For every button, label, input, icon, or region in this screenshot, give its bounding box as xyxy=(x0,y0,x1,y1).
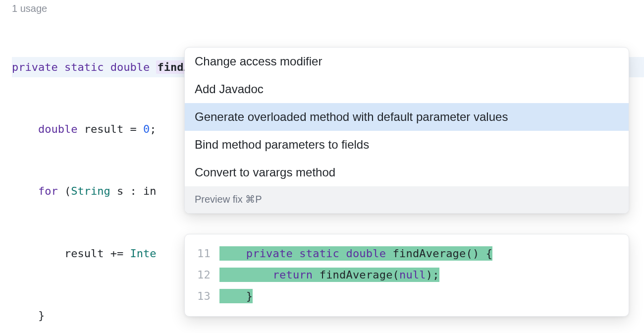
diff-added: } xyxy=(219,289,253,303)
intention-menu-item[interactable]: Convert to varargs method xyxy=(185,159,629,186)
preview-code-line: 11 private static double findAverage() { xyxy=(185,243,629,265)
usage-hint[interactable]: 1 usage xyxy=(0,0,644,15)
line-number: 12 xyxy=(185,265,219,286)
keyword: for xyxy=(38,185,58,197)
keyword: static xyxy=(64,61,104,73)
line-number: 11 xyxy=(185,243,219,265)
code-cell: private static double findAverage() { xyxy=(219,243,629,265)
code-cell: } xyxy=(219,286,629,307)
preview-fix-panel: 11 private static double findAverage() {… xyxy=(184,234,629,317)
keyword: double xyxy=(110,61,150,73)
preview-code-line: 12 return findAverage(null); xyxy=(185,265,629,286)
diff-added: return findAverage(null); xyxy=(219,268,439,282)
intention-menu-item[interactable]: Bind method parameters to fields xyxy=(185,131,629,159)
intention-menu-item[interactable]: Generate overloaded method with default … xyxy=(185,103,629,131)
intention-actions-popup: Change access modifierAdd JavadocGenerat… xyxy=(184,47,629,214)
number-literal: 0 xyxy=(143,123,150,135)
type-name: Inte xyxy=(130,247,156,260)
intention-menu-item[interactable]: Change access modifier xyxy=(185,48,629,75)
keyword: private xyxy=(12,61,58,73)
preview-fix-hint: Preview fix ⌘P xyxy=(185,186,629,213)
keyword: double xyxy=(38,123,77,135)
intention-menu-item[interactable]: Add Javadoc xyxy=(185,75,629,103)
preview-code-line: 13 } xyxy=(185,286,629,307)
line-number: 13 xyxy=(185,286,219,307)
diff-added: private static double findAverage() { xyxy=(219,246,492,261)
code-cell: return findAverage(null); xyxy=(219,265,629,286)
type-name: String xyxy=(71,185,110,197)
